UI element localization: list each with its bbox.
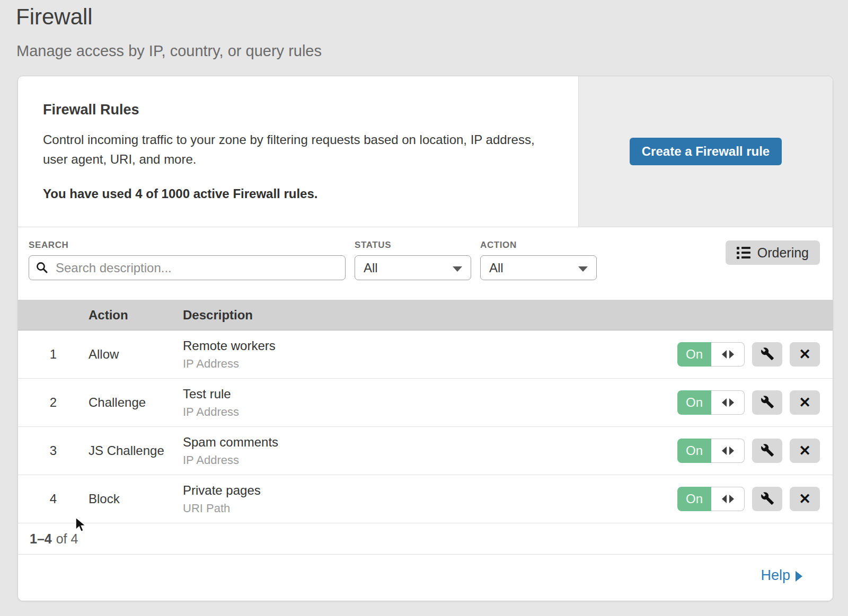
table-row: 2 Challenge Test rule IP Address On ✕ <box>18 379 833 427</box>
search-filter-group: SEARCH <box>29 240 346 280</box>
toggle-on-label: On <box>677 390 711 415</box>
status-filter-group: STATUS All <box>355 240 471 280</box>
card-header: Firewall Rules Control incoming traffic … <box>18 76 833 227</box>
rule-priority: 1 <box>18 347 89 362</box>
page-title: Firewall <box>16 4 93 30</box>
firewall-rules-card: Firewall Rules Control incoming traffic … <box>17 76 833 601</box>
rule-match-field: IP Address <box>183 357 677 371</box>
card-header-action-panel: Create a Firewall rule <box>578 76 833 227</box>
wrench-icon <box>761 492 774 507</box>
rule-description-cell: Spam comments IP Address <box>183 435 677 467</box>
drag-arrows-icon[interactable] <box>711 487 745 511</box>
create-firewall-rule-button[interactable]: Create a Firewall rule <box>630 138 782 165</box>
close-icon: ✕ <box>799 444 811 458</box>
rule-description-cell: Test rule IP Address <box>183 387 677 419</box>
status-label: STATUS <box>355 240 471 251</box>
rule-controls: On ✕ <box>677 390 833 415</box>
rule-controls: On ✕ <box>677 439 833 463</box>
card-header-text: Firewall Rules Control incoming traffic … <box>18 76 578 227</box>
status-select[interactable]: All <box>355 255 471 280</box>
table-row: 1 Allow Remote workers IP Address On ✕ <box>18 331 833 379</box>
rule-enabled-toggle[interactable]: On <box>677 342 745 367</box>
wrench-icon <box>761 347 774 362</box>
rule-description: Remote workers <box>183 338 677 353</box>
rule-description: Spam comments <box>183 435 677 450</box>
delete-rule-button[interactable]: ✕ <box>790 342 820 367</box>
rule-description-cell: Private pages URI Path <box>183 483 677 515</box>
ordered-list-icon <box>737 247 750 259</box>
table-header: Action Description <box>18 300 833 331</box>
table-row: 3 JS Challenge Spam comments IP Address … <box>18 427 833 475</box>
rule-match-field: IP Address <box>183 405 677 419</box>
wrench-icon <box>761 395 774 410</box>
close-icon: ✕ <box>799 396 811 410</box>
action-label: ACTION <box>480 240 597 251</box>
rule-action: JS Challenge <box>89 443 183 458</box>
rule-enabled-toggle[interactable]: On <box>677 439 745 463</box>
toggle-on-label: On <box>677 439 711 463</box>
table-row: 4 Block Private pages URI Path On ✕ <box>18 475 833 523</box>
rule-match-field: IP Address <box>183 453 677 467</box>
chevron-down-icon <box>453 266 462 272</box>
rule-description-cell: Remote workers IP Address <box>183 338 677 371</box>
search-label: SEARCH <box>29 240 346 251</box>
ordering-button-label: Ordering <box>757 245 809 261</box>
action-selected-value: All <box>489 261 504 275</box>
search-icon <box>36 262 48 273</box>
rule-description: Private pages <box>183 483 677 498</box>
delete-rule-button[interactable]: ✕ <box>790 487 820 511</box>
rule-priority: 3 <box>18 443 89 458</box>
action-filter-group: ACTION All <box>480 240 597 280</box>
pagination-range: 1–4 <box>30 531 52 547</box>
action-select[interactable]: All <box>480 255 597 280</box>
help-link-label: Help <box>761 567 790 584</box>
rule-match-field: URI Path <box>183 502 677 515</box>
card-heading: Firewall Rules <box>43 102 546 118</box>
cursor-pointer <box>75 517 90 536</box>
card-footer: Help <box>18 554 833 601</box>
rule-controls: On ✕ <box>677 487 833 511</box>
rule-action: Allow <box>89 347 183 362</box>
status-selected-value: All <box>364 261 378 275</box>
ordering-button[interactable]: Ordering <box>726 240 820 265</box>
rule-action: Challenge <box>89 395 183 410</box>
rule-description: Test rule <box>183 387 677 401</box>
close-icon: ✕ <box>799 347 811 362</box>
rule-controls: On ✕ <box>677 342 833 367</box>
toggle-on-label: On <box>677 487 711 511</box>
edit-rule-button[interactable] <box>752 390 782 415</box>
edit-rule-button[interactable] <box>752 487 782 511</box>
rules-usage-text: You have used 4 of 1000 active Firewall … <box>43 186 546 201</box>
close-icon: ✕ <box>799 492 811 506</box>
description-column-header: Description <box>183 308 833 323</box>
rule-enabled-toggle[interactable]: On <box>677 487 745 511</box>
help-arrow-icon <box>796 571 802 582</box>
pagination: 1–4 of 4 <box>18 523 833 554</box>
rule-enabled-toggle[interactable]: On <box>677 390 745 415</box>
edit-rule-button[interactable] <box>752 439 782 463</box>
delete-rule-button[interactable]: ✕ <box>790 390 820 415</box>
page-subtitle: Manage access by IP, country, or query r… <box>16 42 322 60</box>
search-box <box>29 255 346 280</box>
card-description: Control incoming traffic to your zone by… <box>43 130 546 169</box>
action-column-header: Action <box>89 308 183 323</box>
wrench-icon <box>761 443 774 459</box>
rule-priority: 2 <box>18 395 89 410</box>
filter-bar: SEARCH STATUS All ACTION All <box>18 227 833 300</box>
toggle-on-label: On <box>677 342 711 367</box>
help-link[interactable]: Help <box>761 567 802 584</box>
drag-arrows-icon[interactable] <box>711 390 745 415</box>
delete-rule-button[interactable]: ✕ <box>790 439 820 463</box>
rule-priority: 4 <box>18 492 89 506</box>
drag-arrows-icon[interactable] <box>711 439 745 463</box>
chevron-down-icon <box>578 266 588 272</box>
search-input[interactable] <box>29 256 345 280</box>
edit-rule-button[interactable] <box>752 342 782 367</box>
drag-arrows-icon[interactable] <box>711 342 745 367</box>
rule-action: Block <box>89 492 183 506</box>
